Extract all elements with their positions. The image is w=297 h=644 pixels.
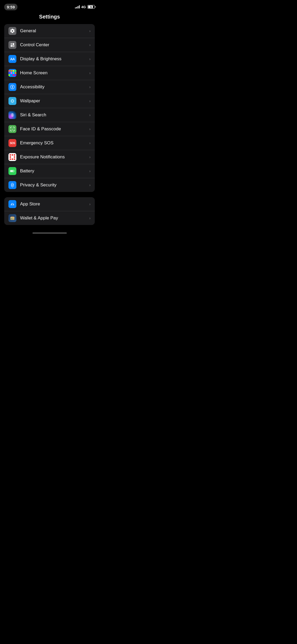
wallet-icon: [8, 214, 16, 222]
svg-point-12: [13, 128, 13, 129]
battery-level: 56: [90, 6, 92, 8]
settings-item-battery[interactable]: Battery ›: [4, 164, 95, 178]
general-chevron: ›: [89, 29, 91, 33]
status-right: 4G 56: [75, 5, 95, 9]
general-label: General: [20, 28, 89, 34]
wallpaper-icon: [8, 97, 16, 105]
home-screen-label: Home Screen: [20, 70, 89, 76]
svg-rect-18: [11, 216, 14, 217]
app-store-chevron: ›: [89, 202, 91, 206]
settings-item-app-store[interactable]: App Store ›: [4, 197, 95, 211]
battery-label: Battery: [20, 168, 89, 174]
settings-item-general[interactable]: General ›: [4, 24, 95, 38]
svg-rect-14: [11, 171, 13, 172]
app-store-label: App Store: [20, 201, 89, 207]
control-center-label: Control Center: [20, 42, 89, 48]
accessibility-icon: [8, 83, 16, 91]
emergency-sos-chevron: ›: [89, 141, 91, 145]
svg-point-10: [12, 114, 13, 115]
app-store-icon: [8, 200, 16, 208]
control-center-icon: [8, 41, 16, 49]
general-icon: [8, 27, 16, 35]
battery-icon: [8, 167, 16, 175]
home-screen-chevron: ›: [89, 71, 91, 75]
settings-item-display-brightness[interactable]: AA Display & Brightness ›: [4, 52, 95, 66]
settings-item-siri-search[interactable]: Siri & Search ›: [4, 108, 95, 122]
wallpaper-label: Wallpaper: [20, 98, 89, 104]
display-brightness-icon: AA: [8, 55, 16, 63]
privacy-chevron: ›: [89, 183, 91, 187]
accessibility-chevron: ›: [89, 85, 91, 89]
network-type: 4G: [81, 5, 86, 9]
settings-item-wallet[interactable]: Wallet & Apple Pay ›: [4, 211, 95, 225]
settings-item-exposure[interactable]: Exposure Notifications ›: [4, 150, 95, 164]
face-id-label: Face ID & Passcode: [20, 126, 89, 132]
settings-item-privacy[interactable]: Privacy & Security ›: [4, 178, 95, 192]
exposure-label: Exposure Notifications: [20, 154, 89, 160]
accessibility-label: Accessibility: [20, 84, 89, 90]
settings-item-wallpaper[interactable]: Wallpaper ›: [4, 94, 95, 108]
svg-rect-0: [11, 43, 12, 45]
home-screen-icon: [8, 69, 16, 77]
display-brightness-chevron: ›: [89, 57, 91, 61]
display-brightness-label: Display & Brightness: [20, 56, 89, 62]
face-id-chevron: ›: [89, 127, 91, 131]
exposure-icon: [8, 153, 16, 161]
home-indicator-bar: [32, 232, 67, 234]
page-title: Settings: [0, 12, 99, 24]
battery-indicator: 56: [87, 5, 95, 9]
settings-group-system: General › Control Center › AA Display & …: [4, 24, 95, 192]
settings-item-accessibility[interactable]: Accessibility ›: [4, 80, 95, 94]
face-id-icon: [8, 125, 16, 133]
privacy-label: Privacy & Security: [20, 182, 89, 188]
siri-search-label: Siri & Search: [20, 112, 89, 118]
battery-chevron: ›: [89, 169, 91, 173]
status-time: 9:59: [4, 4, 17, 10]
home-indicator: [0, 230, 99, 235]
control-center-chevron: ›: [89, 43, 91, 47]
settings-group-apps: App Store › Wallet & Apple Pay ›: [4, 197, 95, 225]
exposure-chevron: ›: [89, 155, 91, 159]
wallet-chevron: ›: [89, 216, 91, 220]
settings-item-emergency-sos[interactable]: SOS Emergency SOS ›: [4, 136, 95, 150]
settings-item-face-id[interactable]: Face ID & Passcode ›: [4, 122, 95, 136]
svg-point-11: [12, 128, 12, 129]
wallet-label: Wallet & Apple Pay: [20, 215, 89, 221]
emergency-sos-label: Emergency SOS: [20, 140, 89, 146]
siri-icon: [8, 111, 16, 119]
status-bar: 9:59 4G 56: [0, 0, 99, 12]
signal-bars: [75, 5, 80, 8]
settings-item-control-center[interactable]: Control Center ›: [4, 38, 95, 52]
svg-point-3: [13, 45, 14, 47]
svg-rect-2: [11, 45, 12, 47]
svg-rect-19: [11, 218, 12, 219]
svg-point-6: [12, 86, 13, 86]
wallpaper-chevron: ›: [89, 99, 91, 103]
privacy-icon: [8, 181, 16, 189]
emergency-sos-icon: SOS: [8, 139, 16, 147]
siri-search-chevron: ›: [89, 113, 91, 117]
settings-item-home-screen[interactable]: Home Screen ›: [4, 66, 95, 80]
